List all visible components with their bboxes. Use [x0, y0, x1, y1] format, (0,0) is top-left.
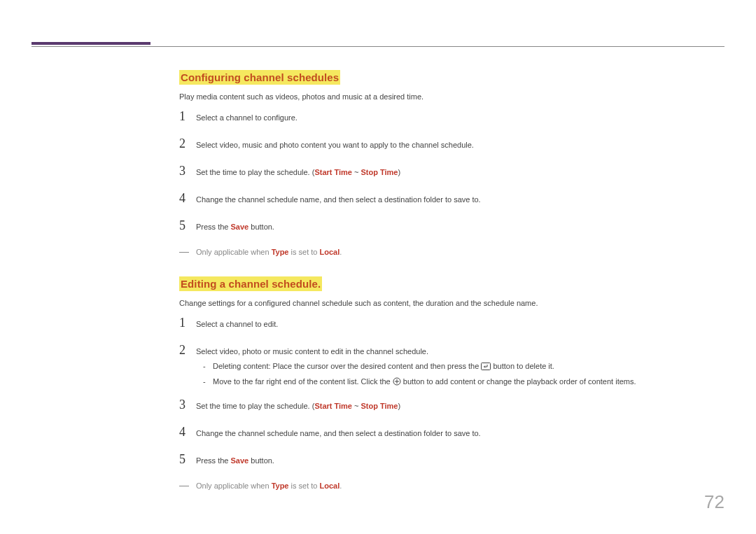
bullet-dash-icon: -: [203, 376, 213, 388]
step-item: 4 Change the channel schedule name, and …: [179, 191, 724, 206]
horizontal-rule: [31, 46, 724, 47]
note: ― Only applicable when Type is set to Lo…: [179, 479, 724, 491]
step-number: 5: [179, 218, 196, 233]
step-item: 4 Change the channel schedule name, and …: [179, 425, 724, 440]
text: .: [340, 482, 342, 490]
text: .: [340, 248, 342, 256]
start-time-label: Start Time: [314, 402, 352, 410]
sub-item: - Move to the far right end of the conte…: [196, 376, 636, 389]
stop-time-label: Stop Time: [361, 168, 398, 176]
start-time-label: Start Time: [314, 168, 352, 176]
intro-text: Change settings for a configured channel…: [179, 298, 724, 309]
text: Set the time to play the schedule. (: [196, 402, 314, 410]
text: ): [398, 168, 401, 176]
step-number: 3: [179, 164, 196, 178]
step-item: 5 Press the Save button.: [179, 452, 724, 467]
text: is set to: [288, 248, 319, 256]
plus-circle-icon: [393, 377, 401, 389]
step-text: Set the time to play the schedule. (Star…: [196, 167, 400, 178]
text: Set the time to play the schedule. (: [196, 168, 314, 176]
local-label: Local: [320, 248, 340, 256]
step-number: 1: [179, 109, 196, 124]
step-number: 2: [179, 136, 196, 151]
page: Configuring channel schedules Play media…: [0, 0, 756, 534]
bullet-dash-icon: -: [203, 360, 213, 372]
text: Press the: [196, 456, 231, 465]
step-text: Change the channel schedule name, and th…: [196, 194, 481, 206]
step-text: Select a channel to configure.: [196, 112, 298, 124]
step-number: 5: [179, 452, 196, 467]
text: button.: [248, 223, 274, 231]
text: Only applicable when: [196, 482, 272, 490]
steps-list: 1 Select a channel to configure. 2 Selec…: [179, 109, 724, 233]
note: ― Only applicable when Type is set to Lo…: [179, 246, 724, 258]
text: Deleting content: Place the cursor over …: [213, 362, 481, 370]
type-label: Type: [272, 482, 289, 490]
step-item: 1 Select a channel to configure.: [179, 109, 724, 124]
step-text: Select video, music and photo content yo…: [196, 139, 474, 151]
section-configuring: Configuring channel schedules Play media…: [179, 70, 724, 258]
steps-list: 1 Select a channel to edit. 2 Select vid…: [179, 316, 724, 467]
text: button.: [248, 456, 274, 465]
text: Select video, photo or music content to …: [196, 347, 428, 356]
page-number: 72: [704, 491, 724, 513]
text: is set to: [288, 482, 319, 490]
step-item: 5 Press the Save button.: [179, 218, 724, 233]
section-editing: Editing a channel schedule. Change setti…: [179, 276, 724, 491]
step-number: 4: [179, 191, 196, 206]
stop-time-label: Stop Time: [361, 402, 398, 410]
content-area: Configuring channel schedules Play media…: [179, 70, 724, 498]
step-item: 1 Select a channel to edit.: [179, 316, 724, 330]
step-item: 3 Set the time to play the schedule. (St…: [179, 398, 724, 412]
step-number: 3: [179, 398, 196, 412]
text: ~: [352, 168, 361, 176]
local-label: Local: [320, 482, 340, 490]
sub-text: Deleting content: Place the cursor over …: [213, 360, 554, 374]
note-text: Only applicable when Type is set to Loca…: [196, 247, 342, 258]
step-text: Select a channel to edit.: [196, 318, 278, 330]
note-text: Only applicable when Type is set to Loca…: [196, 481, 342, 491]
heading-configuring: Configuring channel schedules: [179, 70, 340, 85]
text: Only applicable when: [196, 248, 272, 256]
heading-editing: Editing a channel schedule.: [179, 276, 322, 291]
text: button to add content or change the play…: [401, 377, 636, 386]
step-text: Press the Save button.: [196, 455, 274, 467]
step-item: 2 Select video, photo or music content t…: [179, 343, 724, 389]
note-dash-icon: ―: [179, 479, 196, 491]
step-item: 2 Select video, music and photo content …: [179, 136, 724, 151]
text: Press the: [196, 223, 231, 231]
sub-text: Move to the far right end of the content…: [213, 376, 636, 389]
save-label: Save: [231, 456, 249, 465]
step-text: Press the Save button.: [196, 221, 274, 233]
sub-item: - Deleting content: Place the cursor ove…: [196, 360, 636, 374]
text: ): [398, 402, 401, 410]
text: Move to the far right end of the content…: [213, 377, 393, 386]
step-text: Select video, photo or music content to …: [196, 346, 636, 389]
save-label: Save: [231, 223, 249, 231]
note-dash-icon: ―: [179, 246, 196, 257]
step-number: 1: [179, 316, 196, 330]
step-text: Set the time to play the schedule. (Star…: [196, 400, 400, 412]
step-text: Change the channel schedule name, and th…: [196, 428, 481, 440]
text: button to delete it.: [491, 362, 554, 370]
step-number: 4: [179, 425, 196, 440]
enter-icon: [481, 362, 491, 374]
accent-bar: [31, 42, 150, 45]
text: ~: [352, 402, 361, 410]
step-number: 2: [179, 343, 196, 358]
intro-text: Play media content such as videos, photo…: [179, 92, 724, 102]
type-label: Type: [272, 248, 289, 256]
step-item: 3 Set the time to play the schedule. (St…: [179, 164, 724, 178]
